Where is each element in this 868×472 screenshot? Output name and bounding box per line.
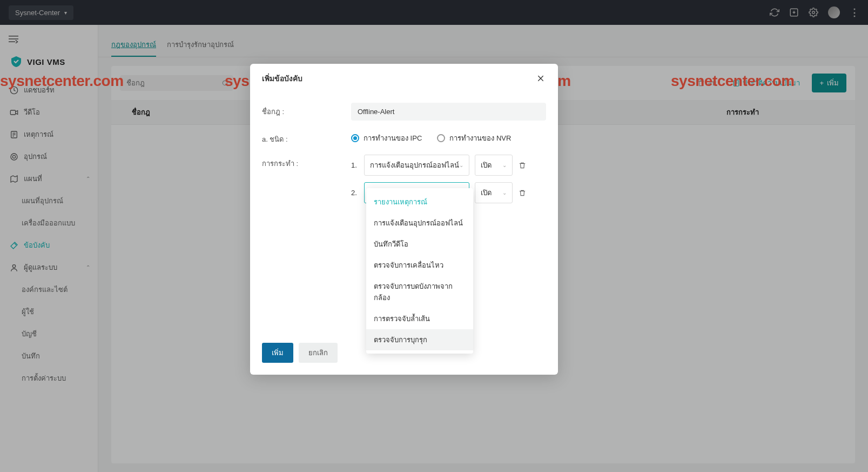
select-value: เปิด bbox=[481, 187, 492, 198]
dropdown-item[interactable]: รายงานเหตุการณ์ bbox=[366, 191, 473, 212]
select-value: การแจ้งเตือนอุปกรณ์ออฟไลน์ bbox=[370, 159, 459, 171]
label-name: ชื่อกฎ : bbox=[262, 103, 340, 117]
form-row-name: ชื่อกฎ : bbox=[262, 103, 546, 121]
trash-icon[interactable] bbox=[518, 189, 527, 197]
trash-icon[interactable] bbox=[518, 161, 527, 170]
radio-label: การทำงานของ IPC bbox=[364, 132, 422, 144]
chevron-down-icon: ⌄ bbox=[502, 190, 507, 196]
form-row-type: a. ชนิด : การทำงานของ IPC การทำงานของ NV… bbox=[262, 130, 546, 145]
action-select-1[interactable]: การแจ้งเตือนอุปกรณ์ออฟไลน์⌄ bbox=[364, 155, 469, 176]
dropdown-item[interactable]: การตรวจจับล้ำเส้น bbox=[366, 308, 473, 329]
radio-label: การทำงานของ NVR bbox=[449, 132, 511, 144]
modal-title: เพิ่มข้อบังคับ bbox=[262, 72, 302, 84]
label-action: การกระทำ : bbox=[262, 155, 340, 169]
modal-head: เพิ่มข้อบังคับ bbox=[250, 64, 558, 89]
dropdown-item[interactable]: ตรวจจับการบุกรุก bbox=[366, 329, 473, 350]
dropdown-item[interactable]: ตรวจจับการบดบังภาพจากกล้อง bbox=[366, 276, 473, 308]
row-num: 2. bbox=[351, 189, 359, 197]
add-confirm-button[interactable]: เพิ่ม bbox=[262, 343, 293, 363]
state-select-2[interactable]: เปิด⌄ bbox=[475, 182, 513, 203]
chevron-down-icon: ⌄ bbox=[502, 162, 507, 168]
dropdown-item[interactable]: บันทึกวีดีโอ bbox=[366, 234, 473, 255]
radio-icon bbox=[437, 134, 445, 142]
radio-ipc[interactable]: การทำงานของ IPC bbox=[351, 132, 422, 144]
label-type: a. ชนิด : bbox=[262, 130, 340, 145]
chevron-down-icon: ⌄ bbox=[459, 162, 463, 168]
rule-name-input[interactable] bbox=[351, 103, 546, 121]
state-select-1[interactable]: เปิด⌄ bbox=[475, 155, 513, 176]
action-row: 1. การแจ้งเตือนอุปกรณ์ออฟไลน์⌄ เปิด⌄ bbox=[351, 155, 546, 176]
select-value: เปิด bbox=[481, 159, 492, 171]
close-icon[interactable] bbox=[535, 73, 546, 84]
dropdown-item[interactable]: ตรวจจับการเคลื่อนไหว bbox=[366, 255, 473, 276]
radio-nvr[interactable]: การทำงานของ NVR bbox=[437, 132, 511, 144]
radio-icon bbox=[351, 134, 359, 142]
cancel-button[interactable]: ยกเลิก bbox=[299, 343, 338, 363]
dropdown: รายงานเหตุการณ์ การแจ้งเตือนอุปกรณ์ออฟไล… bbox=[366, 188, 473, 354]
row-num: 1. bbox=[351, 161, 359, 169]
dropdown-item[interactable]: การแจ้งเตือนอุปกรณ์ออฟไลน์ bbox=[366, 212, 473, 234]
